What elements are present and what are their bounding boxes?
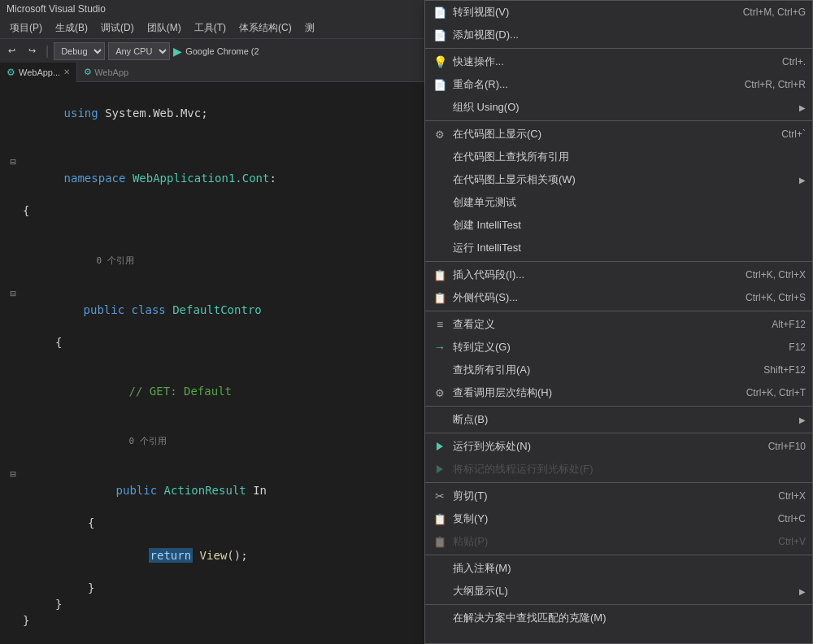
code-line-14: return View();: [0, 531, 423, 580]
ctx-icon-surround-with: 📋: [432, 289, 448, 306]
ctx-item-go-to-def[interactable]: →转到定义(G)F12: [425, 336, 812, 359]
code-editor[interactable]: using System.Web.Mvc; ⊟ namespace WebApp…: [0, 82, 423, 644]
undo-button[interactable]: ↩: [3, 44, 20, 58]
editor-tab[interactable]: ⚙ WebApp... ✕: [0, 63, 77, 82]
ctx-arrow-related-map: ▶: [799, 176, 806, 185]
ctx-item-find-clone[interactable]: 在解决方案中查找匹配的克隆(M): [425, 607, 812, 629]
title-text: Microsoft Visual Studio: [7, 3, 106, 15]
ctx-item-insert-comment[interactable]: 插入注释(M): [425, 557, 812, 580]
ctx-separator-12: [425, 311, 812, 311]
ctx-shortcut-paste: Ctrl+V: [778, 536, 806, 547]
ctx-item-run-to-cursor[interactable]: 运行到光标处(N)Ctrl+F10: [425, 435, 812, 458]
ctx-item-cut[interactable]: ✂剪切(T)Ctrl+X: [425, 485, 812, 507]
ctx-icon-call-hierarchy: ⚙: [432, 385, 448, 401]
tab-icon: ⚙: [7, 67, 15, 78]
code-line-9: [0, 350, 423, 367]
ctx-icon-paste: 📋: [432, 533, 448, 550]
ctx-item-related-map[interactable]: 在代码图上显示相关项(W)▶: [425, 168, 812, 191]
ctx-label-peek-def: 查看定义: [453, 317, 762, 332]
context-menu: 📄转到视图(V)Ctrl+M, Ctrl+G📄添加视图(D)...💡快速操作..…: [424, 0, 813, 644]
ctx-separator-10: [425, 261, 812, 262]
ctx-shortcut-find-all-refs: Shift+F12: [763, 364, 806, 376]
ctx-item-peek-def[interactable]: ≡查看定义Alt+F12: [425, 313, 812, 336]
ctx-shortcut-run-to-cursor: Ctrl+F10: [768, 441, 806, 452]
ctx-label-organize-using: 组织 Using(O): [453, 100, 796, 115]
code-line-13: {: [0, 515, 423, 531]
ctx-icon-related-map: [432, 172, 448, 188]
ctx-shortcut-insert-snippet: Ctrl+K, Ctrl+X: [746, 269, 806, 281]
ctx-label-create-intellitest: 创建 IntelliTest: [453, 218, 806, 233]
menu-item-team[interactable]: 团队(M): [141, 20, 188, 37]
collapse-indicator-12[interactable]: ⊟: [7, 466, 20, 482]
code-line-6: 0 个引用: [0, 235, 423, 285]
ctx-label-find-refs-map: 在代码图上查找所有引用: [453, 150, 806, 164]
ctx-icon-rename: 📄: [432, 76, 448, 93]
ctx-shortcut-surround-with: Ctrl+K, Ctrl+S: [746, 292, 806, 303]
ctx-label-outline: 大纲显示(L): [453, 584, 796, 598]
ctx-label-call-hierarchy: 查看调用层次结构(H): [453, 385, 737, 400]
play-button[interactable]: ▶: [173, 45, 182, 58]
ctx-item-outline[interactable]: 大纲显示(L)▶: [425, 580, 812, 603]
ctx-label-find-clone: 在解决方案中查找匹配的克隆(M): [453, 611, 806, 625]
ctx-item-add-view[interactable]: 📄添加视图(D)...: [425, 24, 812, 46]
ctx-shortcut-peek-def: Alt+F12: [772, 319, 806, 330]
ctx-item-show-in-map[interactable]: ⚙在代码图上显示(C)Ctrl+`: [425, 123, 812, 146]
ctx-item-run-thread-to-cursor: 将标记的线程运行到光标处(F): [425, 458, 812, 481]
menu-item-project[interactable]: 项目(P): [3, 20, 49, 37]
ctx-icon-find-all-refs: [432, 362, 448, 378]
ctx-item-quick-action[interactable]: 💡快速操作...Ctrl+.: [425, 50, 812, 73]
ctx-label-quick-action: 快速操作...: [453, 54, 772, 69]
tab-label: WebApp...: [19, 67, 60, 77]
ctx-item-go-to-view[interactable]: 📄转到视图(V)Ctrl+M, Ctrl+G: [425, 1, 812, 24]
ctx-item-create-unit-test[interactable]: 创建单元测试: [425, 191, 812, 214]
code-line-17: }: [0, 612, 423, 629]
menu-item-arch[interactable]: 体系结构(C): [233, 20, 298, 37]
ctx-shortcut-cut: Ctrl+X: [778, 490, 806, 502]
ctx-icon-organize-using: [432, 99, 448, 115]
ctx-label-go-to-view: 转到视图(V): [453, 5, 733, 20]
ctx-arrow-outline: ▶: [799, 587, 806, 596]
ctx-shortcut-go-to-def: F12: [789, 342, 806, 353]
menu-item-build[interactable]: 生成(B): [49, 20, 94, 37]
ctx-item-create-intellitest[interactable]: 创建 IntelliTest: [425, 214, 812, 237]
code-line-3: ⊟ namespace WebApplication1.Cont:: [0, 154, 423, 202]
ctx-label-breakpoint: 断点(B): [453, 412, 796, 427]
breadcrumb-text: WebApp: [94, 67, 128, 77]
ctx-item-find-refs-map[interactable]: 在代码图上查找所有引用: [425, 146, 812, 168]
ctx-item-call-hierarchy[interactable]: ⚙查看调用层次结构(H)Ctrl+K, Ctrl+T: [425, 381, 812, 404]
ctx-item-insert-snippet[interactable]: 📋插入代码段(I)...Ctrl+K, Ctrl+X: [425, 263, 812, 286]
platform-select[interactable]: Any CPU: [108, 42, 170, 60]
ctx-icon-run-thread-to-cursor: [432, 461, 448, 477]
ctx-label-run-intellitest: 运行 IntelliTest: [453, 241, 806, 255]
svg-marker-1: [437, 465, 443, 473]
menu-item-test[interactable]: 测: [298, 20, 321, 37]
ctx-item-surround-with[interactable]: 📋外侧代码(S)...Ctrl+K, Ctrl+S: [425, 286, 812, 309]
ctx-shortcut-copy: Ctrl+C: [778, 513, 806, 524]
ctx-item-copy[interactable]: 📋复制(Y)Ctrl+C: [425, 507, 812, 530]
ctx-icon-find-refs-map: [432, 149, 448, 165]
ctx-item-rename[interactable]: 📄重命名(R)...Ctrl+R, Ctrl+R: [425, 73, 812, 96]
ctx-icon-run-intellitest: [432, 240, 448, 256]
ctx-shortcut-show-in-map: Ctrl+`: [781, 128, 806, 140]
ctx-item-breakpoint[interactable]: 断点(B)▶: [425, 408, 812, 431]
debug-mode-select[interactable]: Debug: [54, 42, 105, 60]
tab-close-button[interactable]: ✕: [63, 67, 70, 76]
ctx-label-run-thread-to-cursor: 将标记的线程运行到光标处(F): [453, 462, 806, 476]
ctx-icon-create-unit-test: [432, 194, 448, 211]
ctx-item-organize-using[interactable]: 组织 Using(O)▶: [425, 96, 812, 119]
ctx-icon-go-to-view: 📄: [432, 4, 448, 20]
redo-button[interactable]: ↪: [24, 44, 41, 58]
collapse-indicator-3[interactable]: ⊟: [7, 154, 20, 170]
ctx-icon-show-in-map: ⚙: [432, 126, 448, 142]
ctx-item-find-all-refs[interactable]: 查找所有引用(A)Shift+F12: [425, 359, 812, 381]
ctx-icon-go-to-def: →: [432, 339, 448, 355]
menu-item-tools[interactable]: 工具(T): [188, 20, 233, 37]
browser-label: Google Chrome (2: [185, 46, 259, 56]
menu-item-debug[interactable]: 调试(D): [94, 20, 141, 37]
ctx-label-run-to-cursor: 运行到光标处(N): [453, 439, 759, 454]
ctx-item-run-intellitest[interactable]: 运行 IntelliTest: [425, 237, 812, 259]
ctx-icon-copy: 📋: [432, 511, 448, 527]
ctx-icon-insert-snippet: 📋: [432, 267, 448, 283]
collapse-indicator-7[interactable]: ⊟: [7, 285, 20, 302]
ctx-icon-insert-comment: [432, 560, 448, 577]
